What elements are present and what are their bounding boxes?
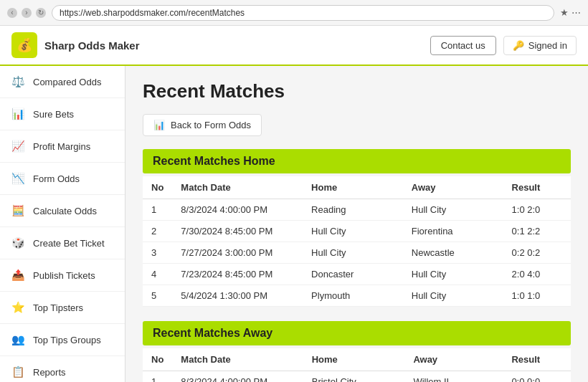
match-no: 2 xyxy=(143,221,172,242)
sidebar-item-compared-odds[interactable]: ⚖️ Compared Odds xyxy=(0,66,125,98)
profit-margins-label: Profit Margins xyxy=(33,141,90,152)
match-no: 3 xyxy=(143,242,172,264)
back-icon: 📊 xyxy=(153,120,165,130)
reload-browser-btn[interactable]: ↻ xyxy=(36,8,46,18)
match-result: 1:0 1:0 xyxy=(503,285,571,307)
col-header-home-away: Home xyxy=(303,348,405,371)
sidebar-item-publish-tickets[interactable]: 📤 Publish Tickets xyxy=(0,259,125,292)
sure-bets-label: Sure Bets xyxy=(33,109,74,120)
match-result: 0:2 0:2 xyxy=(503,242,571,264)
col-header-result: Result xyxy=(503,176,571,199)
match-home: Hull City xyxy=(303,221,403,242)
page-title: Recent Matches xyxy=(143,80,571,102)
match-away: Willem II xyxy=(404,371,503,383)
create-bet-ticket-icon: 🎲 xyxy=(10,235,26,251)
sidebar-item-top-tipsters[interactable]: ⭐ Top Tipsters xyxy=(0,292,125,324)
browser-icons: ★ ⋯ xyxy=(560,7,581,18)
sidebar-item-calculate-odds[interactable]: 🧮 Calculate Odds xyxy=(0,195,125,227)
match-date: 7/27/2024 3:00:00 PM xyxy=(172,242,303,264)
col-header-result-away: Result xyxy=(503,348,571,371)
sidebar-item-top-tips-groups[interactable]: 👥 Top Tips Groups xyxy=(0,324,125,356)
col-header-no: No xyxy=(143,176,172,199)
sidebar-item-reports[interactable]: 📋 Reports xyxy=(0,356,125,382)
sidebar-item-form-odds[interactable]: 📉 Form Odds xyxy=(0,163,125,195)
browser-bar: ‹ › ↻ https://web.sharpoddsmaker.com/rec… xyxy=(0,0,588,26)
table-row: 5 5/4/2024 1:30:00 PM Plymouth Hull City… xyxy=(143,285,571,307)
top-tips-groups-label: Top Tips Groups xyxy=(33,335,101,345)
match-no: 5 xyxy=(143,285,172,307)
forward-browser-btn[interactable]: › xyxy=(22,8,32,18)
header-right: Contact us 🔑 Signed in xyxy=(430,36,577,55)
match-away: Fiorentina xyxy=(403,221,503,242)
main-layout: ⚖️ Compared Odds 📊 Sure Bets 📈 Profit Ma… xyxy=(0,66,588,382)
top-tipsters-icon: ⭐ xyxy=(10,300,26,315)
match-no: 4 xyxy=(143,264,172,285)
table-row: 1 8/3/2024 4:00:00 PM Reading Hull City … xyxy=(143,199,571,221)
app-name: Sharp Odds Maker xyxy=(44,39,140,52)
profit-margins-icon: 📈 xyxy=(10,138,26,154)
match-result: 2:0 4:0 xyxy=(503,264,571,285)
col-header-date: Match Date xyxy=(172,176,303,199)
create-bet-ticket-label: Create Bet Ticket xyxy=(33,238,105,249)
match-away: Hull City xyxy=(403,264,503,285)
back-browser-btn[interactable]: ‹ xyxy=(7,8,17,18)
away-section-header: Recent Matches Away xyxy=(143,321,571,345)
logo-icon: 💰 xyxy=(11,32,37,58)
sidebar: ⚖️ Compared Odds 📊 Sure Bets 📈 Profit Ma… xyxy=(0,66,125,382)
browser-controls: ‹ › ↻ xyxy=(7,8,46,18)
signed-in-indicator: 🔑 Signed in xyxy=(503,36,577,55)
match-no: 1 xyxy=(143,371,172,383)
table-row: 1 8/3/2024 4:00:00 PM Bristol City Wille… xyxy=(143,371,571,383)
signed-in-label: Signed in xyxy=(528,40,567,51)
match-away: Newcastle xyxy=(403,242,503,264)
contact-button[interactable]: Contact us xyxy=(430,36,496,55)
app-logo: 💰 Sharp Odds Maker xyxy=(11,32,140,58)
match-home: Hull City xyxy=(303,242,403,264)
col-header-home: Home xyxy=(303,176,403,199)
match-date: 8/3/2024 4:00:00 PM xyxy=(172,199,303,221)
top-tips-groups-icon: 👥 xyxy=(10,332,26,348)
match-away: Hull City xyxy=(403,285,503,307)
match-home: Bristol City xyxy=(303,371,405,383)
back-to-form-odds-button[interactable]: 📊 Back to Form Odds xyxy=(143,114,262,136)
publish-tickets-icon: 📤 xyxy=(10,267,26,283)
match-home: Doncaster xyxy=(303,264,403,285)
away-matches-table: No Match Date Home Away Result 1 8/3/202… xyxy=(143,348,571,382)
compared-odds-label: Compared Odds xyxy=(33,77,101,87)
content-area: Recent Matches 📊 Back to Form Odds Recen… xyxy=(125,66,588,382)
match-home: Plymouth xyxy=(303,285,403,307)
sure-bets-icon: 📊 xyxy=(10,106,26,122)
match-result: 0:0 0:0 xyxy=(503,371,571,383)
sidebar-item-create-bet-ticket[interactable]: 🎲 Create Bet Ticket xyxy=(0,227,125,259)
match-date: 7/23/2024 8:45:00 PM xyxy=(172,264,303,285)
top-tipsters-label: Top Tipsters xyxy=(33,302,83,313)
match-result: 1:0 2:0 xyxy=(503,199,571,221)
col-header-date-away: Match Date xyxy=(172,348,303,371)
table-row: 4 7/23/2024 8:45:00 PM Doncaster Hull Ci… xyxy=(143,264,571,285)
calculate-odds-icon: 🧮 xyxy=(10,203,26,219)
col-header-no-away: No xyxy=(143,348,172,371)
match-date: 8/3/2024 4:00:00 PM xyxy=(172,371,303,383)
signed-in-icon: 🔑 xyxy=(513,40,524,51)
home-matches-table: No Match Date Home Away Result 1 8/3/202… xyxy=(143,176,571,307)
table-row: 2 7/30/2024 8:45:00 PM Hull City Fiorent… xyxy=(143,221,571,242)
reports-label: Reports xyxy=(33,367,66,378)
sidebar-item-sure-bets[interactable]: 📊 Sure Bets xyxy=(0,98,125,130)
url-bar[interactable]: https://web.sharpoddsmaker.com/recentMat… xyxy=(52,5,554,21)
form-odds-icon: 📉 xyxy=(10,171,26,186)
back-button-label: Back to Form Odds xyxy=(171,120,251,130)
table-row: 3 7/27/2024 3:00:00 PM Hull City Newcast… xyxy=(143,242,571,264)
publish-tickets-label: Publish Tickets xyxy=(33,270,95,281)
col-header-away-away: Away xyxy=(404,348,503,371)
compared-odds-icon: ⚖️ xyxy=(10,74,26,90)
col-header-away: Away xyxy=(403,176,503,199)
match-away: Hull City xyxy=(403,199,503,221)
calculate-odds-label: Calculate Odds xyxy=(33,206,97,216)
reports-icon: 📋 xyxy=(10,364,26,380)
sidebar-item-profit-margins[interactable]: 📈 Profit Margins xyxy=(0,130,125,163)
app-header: 💰 Sharp Odds Maker Contact us 🔑 Signed i… xyxy=(0,26,588,66)
match-no: 1 xyxy=(143,199,172,221)
match-result: 0:1 2:2 xyxy=(503,221,571,242)
match-home: Reading xyxy=(303,199,403,221)
home-section-header: Recent Matches Home xyxy=(143,149,571,173)
